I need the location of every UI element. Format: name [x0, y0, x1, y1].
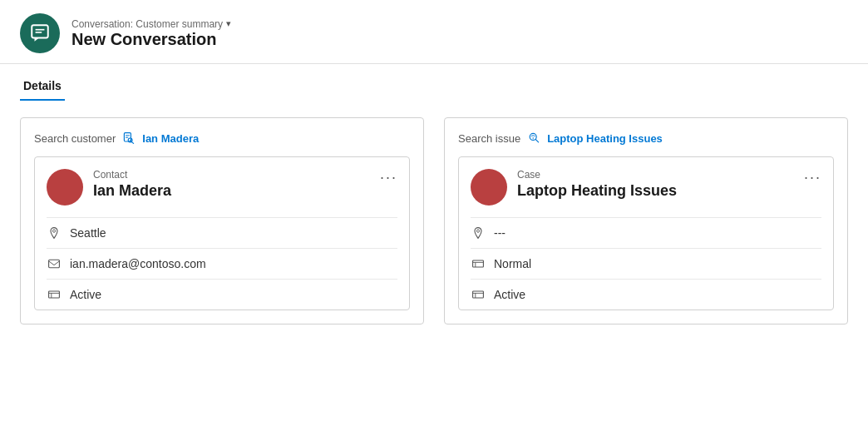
customer-avatar	[47, 169, 83, 206]
customer-card-header: Contact Ian Madera ···	[47, 169, 397, 206]
issue-panel: Search issue Laptop Heating Issues Case …	[444, 117, 848, 324]
header-subtitle[interactable]: Conversation: Customer summary ▾	[72, 18, 231, 30]
customer-card-type: Contact	[93, 169, 397, 181]
header-title: New Conversation	[72, 30, 231, 49]
customer-card-name: Ian Madera	[93, 182, 397, 200]
customer-search-icon	[122, 131, 136, 145]
customer-inner-card: Contact Ian Madera ··· Seattle	[34, 156, 410, 310]
svg-point-13	[533, 137, 535, 139]
issue-search-row: Search issue Laptop Heating Issues	[458, 131, 834, 145]
issue-card-type: Case	[517, 169, 821, 181]
email-icon	[47, 257, 62, 270]
issue-search-value[interactable]: Laptop Heating Issues	[547, 132, 663, 145]
header-subtitle-text: Conversation: Customer summary	[72, 18, 223, 30]
header-icon	[20, 13, 60, 53]
customer-location: Seattle	[70, 226, 397, 240]
customer-search-row: Search customer Ian Madera	[34, 131, 410, 145]
issue-status-row: Active	[471, 279, 821, 310]
customer-search-label: Search customer	[34, 132, 116, 145]
main-content: Search customer Ian Madera Contact Ian M…	[0, 101, 868, 341]
issue-more-button[interactable]: ···	[804, 169, 821, 186]
svg-rect-15	[473, 260, 484, 267]
header-text: Conversation: Customer summary ▾ New Con…	[72, 18, 231, 49]
chevron-down-icon: ▾	[226, 18, 231, 29]
issue-card-header: Case Laptop Heating Issues ···	[471, 169, 821, 206]
customer-status: Active	[70, 288, 397, 301]
issue-card-name: Laptop Heating Issues	[517, 182, 821, 200]
customer-card-header-text: Contact Ian Madera	[93, 169, 397, 200]
svg-point-7	[52, 230, 55, 232]
status-icon	[47, 288, 62, 301]
issue-status-icon	[471, 288, 486, 301]
issue-inner-card: Case Laptop Heating Issues ··· ---	[458, 156, 834, 310]
header: Conversation: Customer summary ▾ New Con…	[0, 0, 868, 64]
issue-location: ---	[494, 226, 821, 240]
customer-status-row: Active	[47, 279, 397, 310]
customer-email: ian.madera@contoso.com	[70, 257, 397, 270]
issue-card-header-text: Case Laptop Heating Issues	[517, 169, 821, 200]
svg-rect-18	[473, 291, 484, 298]
issue-avatar	[471, 169, 507, 206]
issue-priority-row: Normal	[471, 248, 821, 279]
issue-location-row: ---	[471, 217, 821, 248]
tab-details[interactable]: Details	[20, 74, 65, 101]
customer-location-row: Seattle	[47, 217, 397, 248]
svg-rect-8	[49, 260, 60, 268]
issue-priority: Normal	[494, 257, 821, 270]
location-icon	[47, 226, 62, 240]
customer-more-button[interactable]: ···	[380, 169, 397, 186]
tabs: Details	[0, 64, 868, 101]
issue-priority-icon	[471, 257, 486, 270]
issue-status: Active	[494, 288, 821, 301]
svg-rect-9	[49, 291, 60, 298]
customer-panel: Search customer Ian Madera Contact Ian M…	[20, 117, 424, 324]
customer-search-value[interactable]: Ian Madera	[142, 132, 199, 145]
svg-rect-0	[32, 25, 48, 37]
conversation-icon	[29, 22, 51, 44]
customer-email-row: ian.madera@contoso.com	[47, 248, 397, 279]
svg-point-14	[476, 230, 479, 232]
issue-search-label: Search issue	[458, 132, 520, 145]
issue-search-icon	[527, 131, 540, 145]
issue-location-icon	[471, 226, 486, 240]
